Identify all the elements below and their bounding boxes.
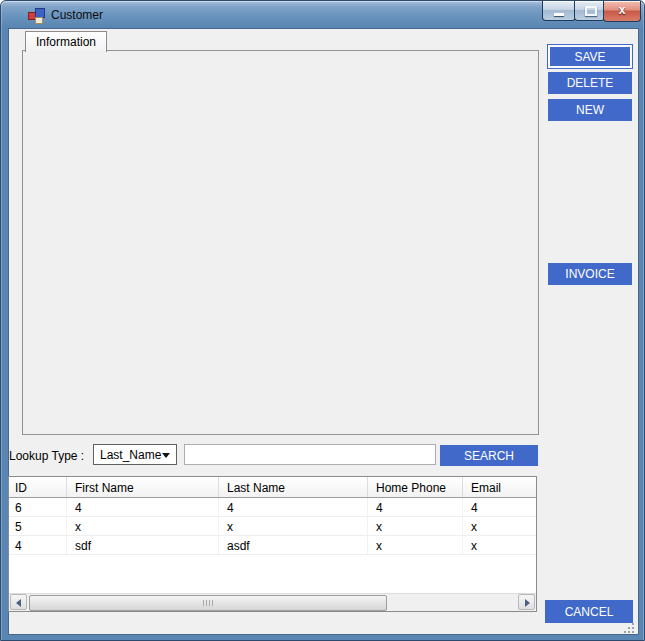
cell-first-name: sdf: [67, 536, 219, 554]
lookup-type-selected-value: Last_Name: [100, 448, 161, 462]
cell-first-name: x: [67, 517, 219, 535]
cell-email: 4: [463, 498, 535, 516]
invoice-button[interactable]: INVOICE: [548, 263, 632, 285]
cell-email: x: [463, 517, 535, 535]
table-row[interactable]: 6 4 4 4 4: [9, 498, 536, 517]
cell-id: 4: [9, 536, 67, 554]
cancel-button[interactable]: CANCEL: [545, 600, 633, 623]
cell-last-name: asdf: [219, 536, 368, 554]
cell-id: 6: [9, 498, 67, 516]
lookup-type-select[interactable]: Last_Name: [93, 444, 177, 465]
search-button[interactable]: SEARCH: [440, 445, 538, 466]
scroll-right-icon: [525, 599, 530, 607]
grid-header-first-name[interactable]: First Name: [67, 477, 219, 497]
chevron-down-icon: [162, 453, 170, 458]
grid-header-id[interactable]: ID: [9, 477, 67, 497]
tab-information-label: Information: [36, 35, 96, 49]
scroll-left-button[interactable]: [10, 594, 27, 610]
cell-email: x: [463, 536, 535, 554]
new-button[interactable]: NEW: [548, 99, 632, 121]
customer-results-grid: ID First Name Last Name Home Phone Email…: [8, 476, 537, 612]
cell-home-phone: 4: [368, 498, 463, 516]
resize-grip[interactable]: [624, 622, 635, 633]
grid-header-home-phone[interactable]: Home Phone: [368, 477, 463, 497]
invoice-button-label: INVOICE: [565, 267, 614, 281]
cell-last-name: 4: [219, 498, 368, 516]
scroll-right-button[interactable]: [518, 594, 535, 610]
save-button-label: SAVE: [574, 50, 605, 64]
table-row[interactable]: 5 x x x x: [9, 517, 536, 536]
grid-horizontal-scrollbar[interactable]: [9, 593, 536, 611]
scrollbar-thumb[interactable]: [29, 595, 387, 611]
cancel-button-label: CANCEL: [565, 605, 614, 619]
cell-last-name: x: [219, 517, 368, 535]
lookup-type-label: Lookup Type :: [9, 450, 84, 463]
lookup-query-input[interactable]: [184, 444, 436, 465]
scroll-left-icon: [16, 599, 21, 607]
new-button-label: NEW: [576, 103, 604, 117]
cell-first-name: 4: [67, 498, 219, 516]
delete-button[interactable]: DELETE: [548, 72, 632, 94]
cell-home-phone: x: [368, 517, 463, 535]
grid-header-last-name[interactable]: Last Name: [219, 477, 368, 497]
grid-header-row: ID First Name Last Name Home Phone Email: [9, 477, 536, 498]
grid-header-email[interactable]: Email: [463, 477, 535, 497]
table-row[interactable]: 4 sdf asdf x x: [9, 536, 536, 555]
tab-information[interactable]: Information: [25, 31, 107, 52]
delete-button-label: DELETE: [567, 76, 614, 90]
save-button[interactable]: SAVE: [548, 45, 632, 68]
information-tab-page: [22, 50, 539, 435]
cell-home-phone: x: [368, 536, 463, 554]
search-button-label: SEARCH: [464, 449, 514, 463]
cell-id: 5: [9, 517, 67, 535]
